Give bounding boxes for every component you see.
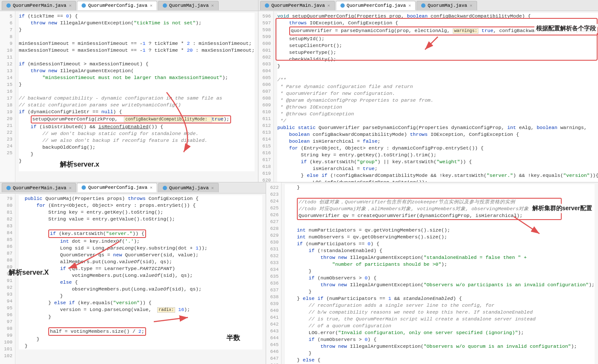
close-icon[interactable]: ✕ bbox=[328, 3, 330, 8]
line-numbers-bl: 79 80 81 82 83 84 85 86 87 88 89 90 91 9… bbox=[0, 194, 15, 364]
close-icon[interactable]: ✕ bbox=[408, 3, 411, 8]
close-icon[interactable]: ✕ bbox=[69, 3, 71, 8]
tab-quorumpeerconfig-bl[interactable]: QuorumPeerConfig.java ✕ bbox=[77, 183, 157, 192]
top-right-panel: QuorumPeerMain.java ✕ QuorumPeerConfig.j… bbox=[258, 0, 598, 182]
tab-quorummaj-tl[interactable]: QuorumMaj.java ✕ bbox=[158, 1, 218, 10]
close-icon[interactable]: ✕ bbox=[470, 3, 472, 8]
line-numbers-tr: 596 597 598 599 600 601 602 603 604 605 … bbox=[258, 11, 274, 182]
tab-quorumpeermain-bl[interactable]: QuorumPeerMain.java ✕ bbox=[2, 183, 76, 192]
code-text-tr: void setupQuorumPeerConfig(Properties pr… bbox=[274, 11, 598, 182]
annotation-label-server-x-bl: 解析server.X bbox=[9, 268, 49, 277]
bottom-left-panel: QuorumPeerMain.java ✕ QuorumPeerConfig.j… bbox=[0, 182, 266, 364]
top-left-panel: QuorumPeerMain.java ✕ QuorumPeerConfig.j… bbox=[0, 0, 258, 182]
bottom-left-tab-bar: QuorumPeerMain.java ✕ QuorumPeerConfig.j… bbox=[0, 182, 266, 194]
close-icon[interactable]: ✕ bbox=[150, 185, 152, 190]
close-icon[interactable]: ✕ bbox=[211, 185, 214, 191]
close-icon[interactable]: ✕ bbox=[211, 3, 214, 8]
bottom-right-code: 622 623 624 625 626 627 628 629 630 631 … bbox=[266, 182, 598, 364]
line-numbers-br: 622 623 624 625 626 627 628 629 630 631 … bbox=[266, 182, 281, 364]
line-numbers-tl: 5 6 7 8 9 10 11 12 13 14 15 16 17 18 19 … bbox=[0, 11, 15, 182]
top-right-tab-bar: QuorumPeerMain.java ✕ QuorumPeerConfig.j… bbox=[258, 0, 598, 11]
code-text-tl: if (tickTime == 0) { throw new IllegalAr… bbox=[15, 11, 258, 182]
annotation-label-fields-tr: 根据配置解析各个字段 bbox=[534, 24, 598, 33]
top-right-code: 596 597 598 599 600 601 602 603 604 605 … bbox=[258, 11, 598, 182]
bottom-right-panel: 622 623 624 625 626 627 628 629 630 631 … bbox=[266, 182, 598, 364]
annotation-label-server-config-br: 解析集群的server配置 bbox=[531, 204, 594, 213]
tab-quorummaj-tr[interactable]: QuorumMaj.java ✕ bbox=[416, 1, 477, 10]
close-icon[interactable]: ✕ bbox=[69, 185, 71, 191]
tab-quorumpeerconfig-tl[interactable]: QuorumPeerConfig.java ✕ bbox=[77, 1, 157, 10]
top-left-tab-bar: QuorumPeerMain.java ✕ QuorumPeerConfig.j… bbox=[0, 0, 258, 11]
annotation-label-half-bl: 半数 bbox=[226, 334, 240, 343]
tab-quorumpeerconfig-tr[interactable]: QuorumPeerConfig.java ✕ bbox=[336, 1, 416, 10]
close-icon[interactable]: ✕ bbox=[150, 3, 152, 8]
tab-quorumpeermain-tr[interactable]: QuorumPeerMain.java ✕ bbox=[260, 1, 334, 10]
bottom-left-code: 79 80 81 82 83 84 85 86 87 88 89 90 91 9… bbox=[0, 194, 266, 364]
tab-quorumpeermain-tl[interactable]: QuorumPeerMain.java ✕ bbox=[2, 1, 76, 10]
annotation-label-server-x-tl: 解析server.x bbox=[60, 160, 100, 169]
top-left-code: 5 6 7 8 9 10 11 12 13 14 15 16 17 18 19 … bbox=[0, 11, 258, 182]
tab-quorummaj-bl[interactable]: QuorumMaj.java ✕ bbox=[158, 183, 218, 192]
